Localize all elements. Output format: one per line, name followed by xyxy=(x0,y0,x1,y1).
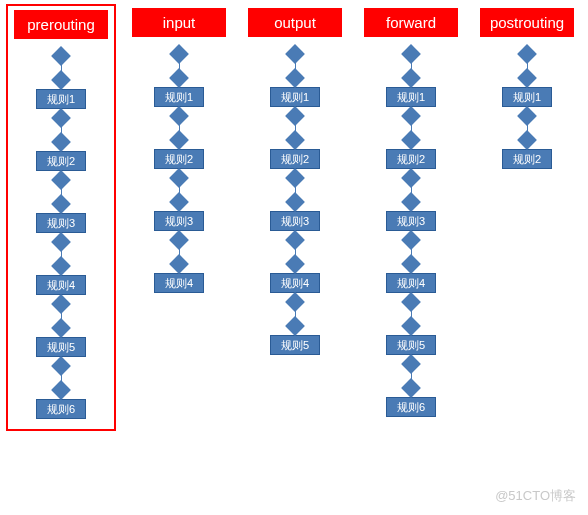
diamond-icon xyxy=(401,44,421,64)
connector xyxy=(288,45,302,87)
diamond-icon xyxy=(285,130,305,150)
chain-column-postrouting: postrouting规则1规则2 xyxy=(480,8,574,169)
connector xyxy=(172,169,186,211)
diamond-icon xyxy=(169,192,189,212)
diamond-icon xyxy=(169,254,189,274)
diamond-icon xyxy=(51,170,71,190)
diamond-icon xyxy=(285,230,305,250)
connector xyxy=(54,109,68,151)
diamond-icon xyxy=(169,130,189,150)
chain-header-input: input xyxy=(132,8,226,37)
connector xyxy=(54,357,68,399)
connector xyxy=(288,107,302,149)
diamond-icon xyxy=(169,106,189,126)
diamond-icon xyxy=(401,130,421,150)
diamond-icon xyxy=(285,68,305,88)
diamond-icon xyxy=(401,292,421,312)
rule-box: 规则2 xyxy=(502,149,552,169)
diamond-icon xyxy=(401,354,421,374)
diamond-icon xyxy=(51,232,71,252)
diamond-icon xyxy=(51,70,71,90)
connector xyxy=(172,107,186,149)
connector xyxy=(54,233,68,275)
connector xyxy=(172,45,186,87)
rule-box: 规则5 xyxy=(270,335,320,355)
rule-box: 规则4 xyxy=(386,273,436,293)
connector xyxy=(404,231,418,273)
rule-box: 规则2 xyxy=(154,149,204,169)
rule-box: 规则1 xyxy=(502,87,552,107)
connector xyxy=(404,169,418,211)
chain-header-prerouting: prerouting xyxy=(14,10,108,39)
rule-box: 规则2 xyxy=(36,151,86,171)
rule-box: 规则5 xyxy=(36,337,86,357)
diamond-icon xyxy=(169,230,189,250)
chain-column-input: input规则1规则2规则3规则4 xyxy=(132,8,226,293)
diamond-icon xyxy=(401,192,421,212)
diamond-icon xyxy=(51,380,71,400)
rule-box: 规则5 xyxy=(386,335,436,355)
diamond-icon xyxy=(169,44,189,64)
diamond-icon xyxy=(285,254,305,274)
diamond-icon xyxy=(401,68,421,88)
rule-box: 规则1 xyxy=(36,89,86,109)
diamond-icon xyxy=(401,168,421,188)
rule-box: 规则2 xyxy=(386,149,436,169)
diamond-icon xyxy=(401,316,421,336)
chain-column-forward: forward规则1规则2规则3规则4规则5规则6 xyxy=(364,8,458,417)
rule-box: 规则1 xyxy=(270,87,320,107)
chain-column-output: output规则1规则2规则3规则4规则5 xyxy=(248,8,342,355)
rule-box: 规则3 xyxy=(270,211,320,231)
connector xyxy=(404,355,418,397)
diamond-icon xyxy=(51,256,71,276)
connector xyxy=(172,231,186,273)
diamond-icon xyxy=(401,230,421,250)
diamond-icon xyxy=(51,318,71,338)
diamond-icon xyxy=(51,356,71,376)
connector xyxy=(404,107,418,149)
rule-box: 规则3 xyxy=(36,213,86,233)
chain-header-postrouting: postrouting xyxy=(480,8,574,37)
connector xyxy=(520,107,534,149)
chain-header-forward: forward xyxy=(364,8,458,37)
diamond-icon xyxy=(169,168,189,188)
connector xyxy=(404,45,418,87)
diamond-icon xyxy=(51,294,71,314)
connector xyxy=(288,293,302,335)
diamond-icon xyxy=(285,44,305,64)
connector xyxy=(288,231,302,273)
diamond-icon xyxy=(51,46,71,66)
diamond-icon xyxy=(517,130,537,150)
diamond-icon xyxy=(285,168,305,188)
diamond-icon xyxy=(401,106,421,126)
rule-box: 规则4 xyxy=(154,273,204,293)
diamond-icon xyxy=(517,68,537,88)
diamond-icon xyxy=(51,108,71,128)
chain-column-prerouting: prerouting规则1规则2规则3规则4规则5规则6 xyxy=(6,4,116,431)
diamond-icon xyxy=(401,254,421,274)
diamond-icon xyxy=(517,106,537,126)
diamond-icon xyxy=(285,316,305,336)
rule-box: 规则6 xyxy=(36,399,86,419)
rule-box: 规则1 xyxy=(154,87,204,107)
rule-box: 规则6 xyxy=(386,397,436,417)
connector xyxy=(520,45,534,87)
diamond-icon xyxy=(517,44,537,64)
chain-header-output: output xyxy=(248,8,342,37)
rule-box: 规则3 xyxy=(154,211,204,231)
connector xyxy=(404,293,418,335)
connector xyxy=(54,171,68,213)
diamond-icon xyxy=(51,194,71,214)
diamond-icon xyxy=(51,132,71,152)
connector xyxy=(54,47,68,89)
connector xyxy=(54,295,68,337)
diamond-icon xyxy=(285,106,305,126)
connector xyxy=(288,169,302,211)
rule-box: 规则2 xyxy=(270,149,320,169)
diamond-icon xyxy=(285,192,305,212)
diamond-icon xyxy=(401,378,421,398)
rule-box: 规则3 xyxy=(386,211,436,231)
watermark: @51CTO博客 xyxy=(495,487,576,505)
rule-box: 规则1 xyxy=(386,87,436,107)
rule-box: 规则4 xyxy=(36,275,86,295)
